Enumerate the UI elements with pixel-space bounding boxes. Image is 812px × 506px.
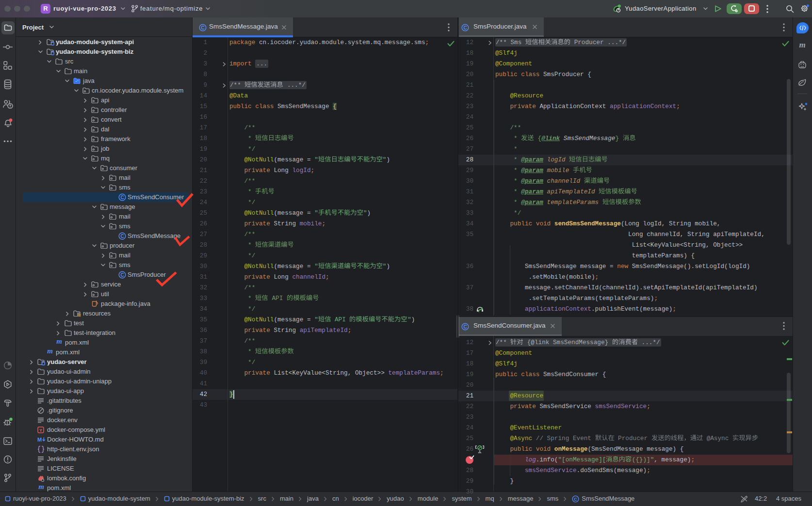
svg-text:C: C	[120, 234, 124, 239]
svg-text:C: C	[120, 272, 124, 278]
svg-text:M: M	[37, 437, 42, 443]
svg-text:C: C	[120, 195, 124, 200]
svg-text:C: C	[574, 496, 577, 501]
svg-text:Y: Y	[39, 428, 42, 433]
svg-text:C: C	[463, 25, 467, 31]
svg-text:C: C	[463, 324, 467, 330]
svg-text:C: C	[201, 25, 204, 31]
